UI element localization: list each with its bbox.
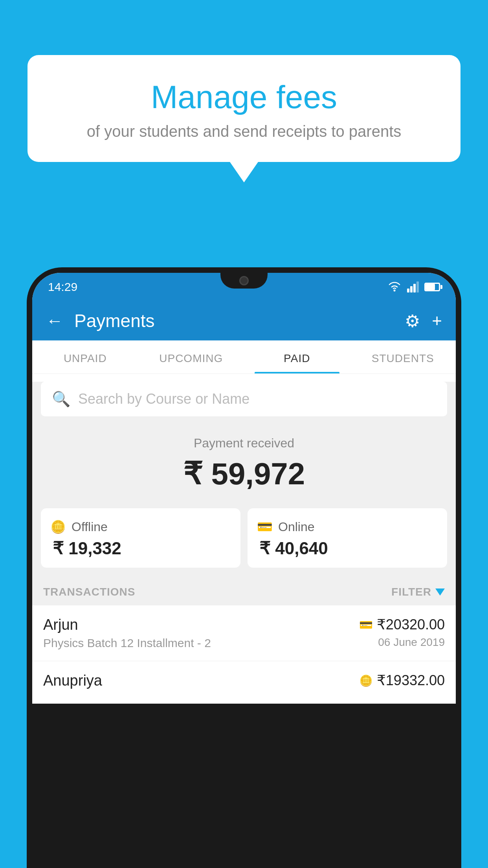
svg-point-0 — [394, 290, 396, 292]
amount-value: ₹20320.00 — [377, 616, 445, 633]
phone-screen: 14:29 — [32, 273, 456, 704]
payment-received-label: Payment received — [32, 436, 456, 451]
transaction-amount: 🪙 ₹19332.00 — [359, 672, 445, 689]
transaction-date: 06 June 2019 — [359, 636, 445, 649]
header-icons: ⚙ + — [405, 311, 442, 331]
add-button[interactable]: + — [432, 311, 442, 331]
status-icons — [387, 281, 440, 292]
phone-frame: 14:29 — [27, 267, 461, 868]
offline-card-header: 🪙 Offline — [50, 519, 231, 534]
offline-amount: ₹ 19,332 — [50, 538, 231, 558]
tab-unpaid[interactable]: UNPAID — [32, 340, 138, 373]
transaction-name: Arjun — [43, 616, 359, 633]
svg-rect-2 — [410, 286, 413, 292]
offline-icon: 🪙 — [50, 519, 66, 534]
online-card-header: 💳 Online — [257, 519, 438, 534]
speech-bubble: Manage fees of your students and send re… — [28, 55, 460, 162]
speech-bubble-title: Manage fees — [47, 79, 441, 116]
header-title: Payments — [74, 310, 394, 331]
payment-summary: Payment received ₹ 59,972 — [32, 424, 456, 500]
transactions-label: TRANSACTIONS — [43, 586, 135, 598]
transactions-header: TRANSACTIONS FILTER — [32, 579, 456, 605]
search-bar[interactable]: 🔍 Search by Course or Name — [41, 382, 447, 416]
online-label: Online — [278, 520, 315, 534]
transaction-left: Anupriya — [43, 672, 359, 692]
transaction-desc: Physics Batch 12 Installment - 2 — [43, 636, 359, 650]
back-button[interactable]: ← — [46, 312, 63, 329]
amount-value: ₹19332.00 — [377, 672, 445, 689]
offline-card: 🪙 Offline ₹ 19,332 — [41, 508, 240, 568]
wifi-icon — [387, 281, 402, 292]
phone-notch — [220, 273, 268, 289]
payment-type-icon: 💳 — [359, 618, 373, 631]
speech-bubble-subtitle: of your students and send receipts to pa… — [47, 123, 441, 140]
transaction-right: 💳 ₹20320.00 06 June 2019 — [359, 616, 445, 649]
app-header: ← Payments ⚙ + — [32, 301, 456, 340]
app-content: 🔍 Search by Course or Name Payment recei… — [32, 382, 456, 704]
tab-paid[interactable]: PAID — [244, 340, 350, 373]
online-icon: 💳 — [257, 519, 273, 534]
payment-cards: 🪙 Offline ₹ 19,332 💳 Online ₹ 40,640 — [32, 500, 456, 579]
tabs-bar: UNPAID UPCOMING PAID STUDENTS — [32, 340, 456, 374]
transaction-item[interactable]: Arjun Physics Batch 12 Installment - 2 💳… — [32, 605, 456, 661]
offline-label: Offline — [72, 520, 108, 534]
svg-rect-4 — [416, 281, 419, 292]
filter-text: FILTER — [391, 586, 431, 598]
payment-total-amount: ₹ 59,972 — [32, 456, 456, 492]
settings-button[interactable]: ⚙ — [405, 311, 420, 331]
online-card: 💳 Online ₹ 40,640 — [248, 508, 447, 568]
tab-students[interactable]: STUDENTS — [350, 340, 456, 373]
payment-type-icon: 🪙 — [359, 674, 373, 687]
svg-rect-3 — [413, 284, 416, 292]
tab-upcoming[interactable]: UPCOMING — [138, 340, 244, 373]
status-bar: 14:29 — [32, 273, 456, 301]
filter-icon — [435, 588, 445, 596]
notch-camera — [239, 276, 249, 285]
signal-icon — [407, 281, 419, 292]
transaction-name: Anupriya — [43, 672, 359, 689]
transaction-item[interactable]: Anupriya 🪙 ₹19332.00 — [32, 661, 456, 704]
search-placeholder-text: Search by Course or Name — [78, 391, 250, 407]
status-time: 14:29 — [48, 280, 77, 294]
transaction-amount: 💳 ₹20320.00 — [359, 616, 445, 633]
search-icon: 🔍 — [52, 390, 70, 408]
svg-rect-1 — [407, 289, 409, 292]
online-amount: ₹ 40,640 — [257, 538, 438, 558]
transaction-left: Arjun Physics Batch 12 Installment - 2 — [43, 616, 359, 650]
filter-button[interactable]: FILTER — [391, 586, 445, 598]
transaction-right: 🪙 ₹19332.00 — [359, 672, 445, 692]
battery-icon — [424, 283, 440, 291]
